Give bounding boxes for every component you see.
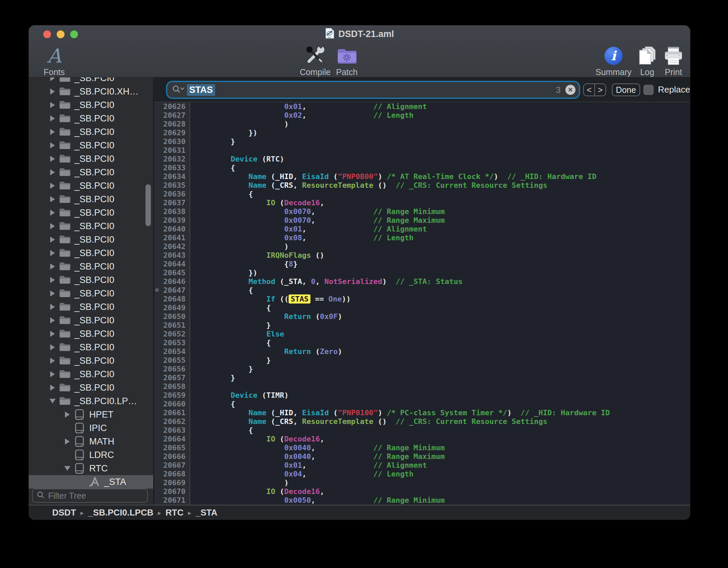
disclosure-right-icon[interactable] <box>48 102 57 108</box>
code-line-20649[interactable]: { <box>195 304 690 312</box>
disclosure-right-icon[interactable] <box>48 358 57 364</box>
code-line-20634[interactable]: Name (_HID, EisaId ("PNP0B00") /* AT Rea… <box>195 172 690 181</box>
fonts-toolbar-button[interactable]: A Fonts <box>32 44 76 77</box>
disclosure-down-icon[interactable] <box>63 466 72 471</box>
code-line-20662[interactable]: Name (_CRS, ResourceTemplate () // _CRS:… <box>195 417 690 426</box>
sidebar-item-hpet[interactable]: HPET <box>29 408 153 421</box>
code-line-20638[interactable]: 0x0070, // Range Minimum <box>195 207 690 216</box>
patch-toolbar-button[interactable]: Patch <box>325 44 369 77</box>
disclosure-right-icon[interactable] <box>48 210 57 216</box>
disclosure-right-icon[interactable] <box>48 277 57 283</box>
code-line-20652[interactable]: Else <box>195 330 690 339</box>
minimize-window-button[interactable] <box>57 30 65 38</box>
sidebar-item-sb-pci0[interactable]: _SB.PCI0 <box>29 287 153 300</box>
code-editor[interactable]: 2062620627206282062920630206312063220633… <box>155 102 690 505</box>
disclosure-right-icon[interactable] <box>48 371 57 377</box>
sidebar-item-sb-pci0[interactable]: _SB.PCI0 <box>29 152 153 166</box>
disclosure-right-icon[interactable] <box>48 263 57 270</box>
code-line-20661[interactable]: Name (_HID, EisaId ("PNP0100") /* PC-cla… <box>195 409 690 417</box>
code-line-20647[interactable]: { <box>195 286 690 295</box>
code-line-20635[interactable]: Name (_CRS, ResourceTemplate () // _CRS:… <box>195 181 690 190</box>
code-line-20628[interactable]: ) <box>195 120 690 129</box>
clear-search-icon[interactable]: ✕ <box>565 85 575 95</box>
sidebar-item-ldrc[interactable]: LDRC <box>29 448 153 462</box>
disclosure-right-icon[interactable] <box>48 115 57 121</box>
sidebar-item-sb-pci0-xh[interactable]: _SB.PCI0.XH… <box>29 85 153 98</box>
code-line-20642[interactable]: ) <box>195 242 690 251</box>
sidebar-item-sb-pci0[interactable]: _SB.PCI0 <box>29 206 153 219</box>
disclosure-right-icon[interactable] <box>63 438 72 445</box>
sidebar-item-sb-pci0[interactable]: _SB.PCI0 <box>29 192 153 206</box>
disclosure-right-icon[interactable] <box>48 183 57 189</box>
disclosure-right-icon[interactable] <box>48 223 57 229</box>
code-line-20663[interactable]: { <box>195 426 690 435</box>
code-line-20640[interactable]: 0x01, // Alignment <box>195 225 690 234</box>
replace-checkbox[interactable] <box>643 85 654 95</box>
code-line-20665[interactable]: 0x0040, // Range Minimum <box>195 443 690 452</box>
code-line-20639[interactable]: 0x0070, // Range Maximum <box>195 216 690 225</box>
sidebar-item-sb-pci0[interactable]: _SB.PCI0 <box>29 77 153 85</box>
sidebar-item-sb-pci0[interactable]: _SB.PCI0 <box>29 381 153 394</box>
sidebar-item-sb-pci0[interactable]: _SB.PCI0 <box>29 139 153 152</box>
sidebar-item-sb-pci0[interactable]: _SB.PCI0 <box>29 112 153 125</box>
disclosure-right-icon[interactable] <box>48 250 57 256</box>
code-line-20657[interactable]: } <box>195 374 690 382</box>
code-line-20644[interactable]: {8} <box>195 260 690 269</box>
code-line-20667[interactable]: 0x01, // Alignment <box>195 461 690 470</box>
disclosure-right-icon[interactable] <box>48 196 57 202</box>
sidebar-item-sb-pci0[interactable]: _SB.PCI0 <box>29 314 153 327</box>
find-next-button[interactable]: > <box>594 84 605 96</box>
sidebar-item-math[interactable]: MATH <box>29 435 153 448</box>
sidebar-item-sb-pci0[interactable]: _SB.PCI0 <box>29 233 153 246</box>
code-line-20643[interactable]: IRQNoFlags () <box>195 251 690 260</box>
code-line-20664[interactable]: IO (Decode16, <box>195 435 690 443</box>
disclosure-right-icon[interactable] <box>48 317 57 323</box>
disclosure-right-icon[interactable] <box>63 412 72 418</box>
done-button[interactable]: Done <box>612 83 640 96</box>
breadcrumb-item-sb-pci0-lpcb[interactable]: _SB.PCI0.LPCB <box>88 507 154 518</box>
disclosure-right-icon[interactable] <box>48 290 57 296</box>
code-line-20656[interactable]: } <box>195 365 690 374</box>
disclosure-right-icon[interactable] <box>48 304 57 310</box>
sidebar-item-sb-pci0[interactable]: _SB.PCI0 <box>29 273 153 287</box>
sidebar-item-sb-pci0[interactable]: _SB.PCI0 <box>29 300 153 314</box>
sidebar-item-sb-pci0[interactable]: _SB.PCI0 <box>29 327 153 341</box>
code-line-20666[interactable]: 0x0040, // Range Maximum <box>195 452 690 461</box>
sidebar-item-sb-pci0[interactable]: _SB.PCI0 <box>29 125 153 139</box>
code-line-20660[interactable]: { <box>195 400 690 409</box>
disclosure-right-icon[interactable] <box>48 237 57 243</box>
close-window-button[interactable] <box>43 30 51 38</box>
code-line-20669[interactable]: ) <box>195 478 690 487</box>
code-line-20655[interactable]: } <box>195 356 690 365</box>
code-line-20646[interactable]: Method (_STA, 0, NotSerialized) // _STA:… <box>195 277 690 286</box>
code-line-20637[interactable]: IO (Decode16, <box>195 199 690 207</box>
splitter-handle[interactable] <box>155 288 159 292</box>
find-input[interactable]: STAS 3 ✕ <box>167 82 579 98</box>
code-line-20629[interactable]: }) <box>195 129 690 137</box>
code-line-20648[interactable]: If ((STAS == One)) <box>195 295 690 304</box>
breadcrumb-item-dsdt[interactable]: DSDT <box>52 507 76 518</box>
sidebar-item-sb-pci0[interactable]: _SB.PCI0 <box>29 367 153 381</box>
disclosure-right-icon[interactable] <box>48 142 57 148</box>
code-line-20651[interactable]: } <box>195 321 690 330</box>
code-line-20631[interactable] <box>195 146 690 155</box>
disclosure-right-icon[interactable] <box>48 88 57 95</box>
code-line-20630[interactable]: } <box>195 137 690 146</box>
disclosure-right-icon[interactable] <box>48 344 57 350</box>
code-line-20668[interactable]: 0x04, // Length <box>195 470 690 478</box>
disclosure-right-icon[interactable] <box>48 385 57 391</box>
code-line-20650[interactable]: Return (0x0F) <box>195 312 690 321</box>
search-menu-icon[interactable] <box>172 85 184 95</box>
sidebar-item-ipic[interactable]: IPIC <box>29 421 153 435</box>
disclosure-right-icon[interactable] <box>48 156 57 162</box>
sidebar-item-sb-pci0[interactable]: _SB.PCI0 <box>29 260 153 273</box>
sidebar-item-sb-pci0[interactable]: _SB.PCI0 <box>29 246 153 260</box>
filter-tree-input[interactable]: Filter Tree <box>32 489 148 503</box>
disclosure-right-icon[interactable] <box>48 129 57 135</box>
print-toolbar-button[interactable]: Print <box>652 44 690 77</box>
code-line-20658[interactable] <box>195 382 690 391</box>
disclosure-right-icon[interactable] <box>48 331 57 337</box>
sidebar-item-rtc[interactable]: RTC <box>29 462 153 475</box>
code-line-20627[interactable]: 0x02, // Length <box>195 111 690 120</box>
sidebar-item-sb-pci0[interactable]: _SB.PCI0 <box>29 219 153 233</box>
